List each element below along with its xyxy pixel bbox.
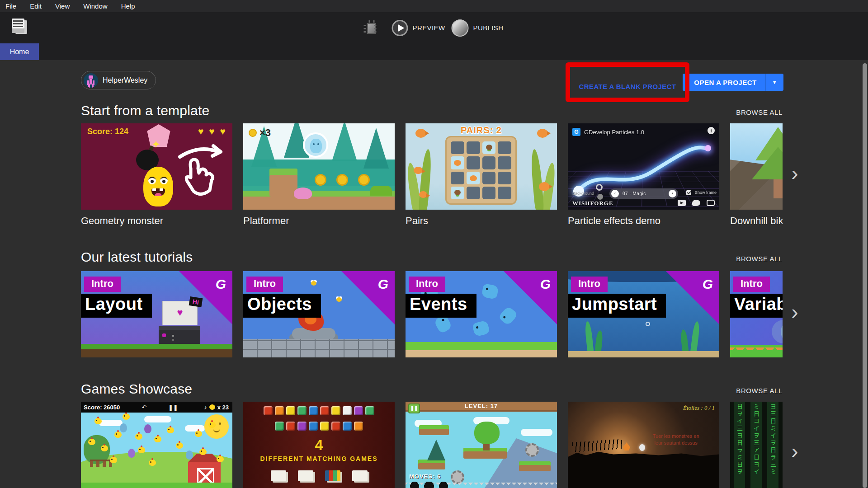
tutorials-next-chevron[interactable]: › [786,303,804,321]
bush [370,186,392,196]
tile [286,406,295,415]
gdevelop-logo: G [540,277,551,292]
publish-button[interactable]: PUBLISH [451,19,503,37]
chick [114,432,122,438]
gdevelop-logo: G [378,277,388,292]
chevron-down-icon[interactable]: ▼ [765,74,783,91]
card-label: Geometry monster [81,215,232,227]
menu-help[interactable]: Help [121,2,135,10]
hint-text: Tuer les monstres en leur sautant dessus [653,433,699,446]
game-subtitle: DIFFERENT MATCHING GAMES [243,455,395,462]
card-cell [498,187,511,199]
showcase-card-night-game[interactable]: Étoiles : 0 / 1 Tuer les monstres en leu… [568,402,719,488]
project-manager-icon[interactable] [11,19,28,37]
browse-all-templates[interactable]: BROWSE ALL [736,108,783,116]
menu-view[interactable]: View [55,2,70,10]
tutorial-thumb-objects: G Intro Objects [243,271,395,357]
tab-strip: Home [0,43,868,60]
tile [331,406,340,415]
brick-floor [243,339,395,357]
mode-previews [243,470,395,481]
toggle-ring [596,184,603,191]
grass-block [269,169,297,197]
tutorial-card-events[interactable]: G Intro Events [406,271,557,357]
showcase-card-pixel-platformer[interactable]: LEVEL: 17 ❚❚ MOVES: 6 [406,402,557,488]
tile [331,422,340,431]
template-card-downhill-bike[interactable]: G Downhill bik [730,123,783,230]
preview-label: PREVIEW [413,24,445,32]
showcase-card-matrix-game[interactable]: 日ヲイ三ヨ日ラミ日ヲ ミ日ヨイヲ三ア日ヨイ ヨ三日ミイヲ日ラ三ミ イヲミ日三ヨラ… [730,402,783,488]
coin [358,174,370,186]
falling-bird [472,320,491,337]
cloud [144,416,171,422]
fish [419,191,427,198]
preview-button[interactable]: PREVIEW [392,20,445,36]
chick [88,439,95,445]
template-card-particle-effects[interactable]: G GDevelop Particles 1.0 i Background ‹ … [568,123,719,230]
browse-all-showcase[interactable]: BROWSE ALL [736,387,783,394]
score-text: Score: 124 [87,127,128,136]
chick [217,456,224,462]
tile [343,406,352,415]
tab-home[interactable]: Home [0,43,39,60]
chick [110,457,117,463]
publish-label: PUBLISH [473,24,503,32]
coin [336,174,348,186]
cloud [99,420,123,426]
menu-edit[interactable]: Edit [30,2,42,10]
tutorial-card-objects[interactable]: G Intro Objects [243,271,395,357]
tree-foliage [752,147,783,179]
tile [264,406,273,415]
templates-next-chevron[interactable]: › [786,164,804,182]
menu-bar: File Edit View Window Help [0,0,868,12]
tile [343,422,352,431]
debug-icon[interactable] [365,20,378,36]
open-project-button[interactable]: OPEN A PROJECT ▼ [683,74,783,91]
intro-badge: Intro [571,277,608,292]
card-label: Downhill bik [730,215,783,227]
vertical-scrollbar[interactable] [863,63,867,488]
open-project-label: OPEN A PROJECT [683,79,765,86]
tutorial-thumb-events: G Intro Events [406,271,557,357]
intro-badge: Intro [733,277,770,292]
card-label: Platformer [243,215,395,227]
tutorial-card-variables[interactable]: +1 G Intro Variab [730,271,783,357]
template-card-platformer[interactable]: ×3 Platformer [243,123,395,230]
grass-silhouette [572,439,622,452]
showcase-card-tile-on[interactable]: 4 DIFFERENT MATCHING GAMES [243,402,395,488]
tutorial-card-jumpstart[interactable]: G Intro Jumpstart [568,271,719,357]
create-blank-project-button[interactable]: CREATE A BLANK PROJECT [572,78,683,95]
showcase-card-chicken-game[interactable]: Score: 26050 ↶ ❚❚ ♪ x 23 [81,402,232,488]
tutorial-card-layout[interactable]: ♥ Hi G Intro Layout [81,271,232,357]
menu-file[interactable]: File [5,2,16,10]
showcase-next-chevron[interactable]: › [786,442,804,460]
chick [176,442,183,449]
pink-slime [294,188,312,199]
mode-preview [271,470,286,481]
template-card-geometry-monster[interactable]: Score: 124 ♥ ♥ ♥ Geometry monster [81,123,232,230]
showcase-thumb-night-game: Étoiles : 0 / 1 Tuer les monstres en leu… [568,402,719,488]
grass-strip [81,344,232,357]
info-icon: i [708,127,715,134]
section-title-templates: Start from a template [81,103,209,118]
tile-word-row [243,422,395,431]
social-icons [678,200,715,206]
checkbox-icon [686,190,691,195]
browse-all-tutorials[interactable]: BROWSE ALL [736,255,783,263]
chick-count: x 23 [217,404,229,411]
template-card-pairs[interactable]: PAIRS: 2 [406,123,557,230]
menu-window[interactable]: Window [83,2,107,10]
falling-bird [498,305,519,326]
card-cell [467,187,480,199]
chick [149,460,156,466]
easter-egg [120,423,127,432]
glyph-column: ミ日ヨイヲ三ア日ヨイ [750,402,762,488]
toolbar: PREVIEW PUBLISH [0,12,868,43]
card-cell [467,141,480,154]
avatar [84,73,98,88]
chick [154,436,161,442]
demo-title: GDevelop Particles 1.0 [584,129,644,136]
youtube-icon [678,200,686,206]
glyph-column: ヨ三日ミイヲ日ラ三ミ [767,402,778,488]
user-profile-chip[interactable]: HelperWesley [81,71,156,89]
